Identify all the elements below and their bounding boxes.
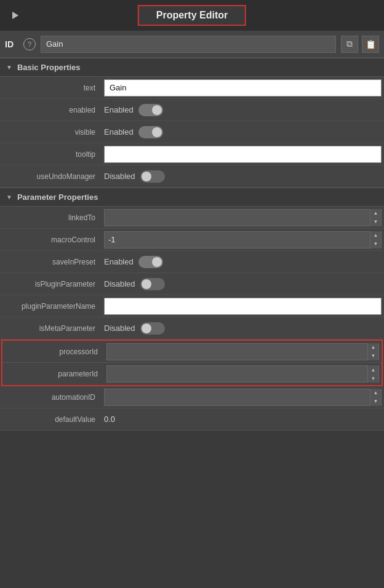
automation-id-spinbox: ▲ ▼ (104, 389, 382, 406)
enabled-row: enabled Enabled (0, 99, 384, 121)
enabled-toggle-label: Enabled (104, 105, 134, 114)
macro-control-input[interactable] (105, 235, 370, 244)
processor-id-down[interactable]: ▼ (368, 352, 378, 360)
is-plugin-toggle-row: Disabled (104, 278, 382, 290)
processor-id-spinbox: ▲ ▼ (106, 343, 379, 360)
automation-id-down[interactable]: ▼ (370, 397, 381, 406)
parameter-id-value: ▲ ▼ (104, 364, 382, 384)
parameter-id-up[interactable]: ▲ (368, 365, 378, 374)
copy-button[interactable]: ⧉ (341, 36, 358, 53)
plugin-param-name-input[interactable] (104, 298, 382, 315)
default-value-row: defaultValue 0.0 (0, 408, 384, 431)
basic-properties-table: text enabled Enabled visible Enabled (0, 77, 384, 188)
parameter-id-input[interactable] (107, 370, 367, 379)
text-input[interactable] (104, 79, 382, 97)
save-in-preset-toggle[interactable] (138, 256, 163, 268)
visible-toggle[interactable] (138, 126, 163, 138)
id-input[interactable] (41, 36, 336, 53)
macro-control-arrows: ▲ ▼ (370, 231, 381, 248)
linked-to-value: ▲ ▼ (102, 207, 384, 228)
save-in-preset-row: saveInPreset Enabled (0, 251, 384, 273)
undo-toggle[interactable] (140, 170, 165, 183)
is-plugin-value: Disabled (102, 276, 384, 292)
processor-id-up[interactable]: ▲ (368, 343, 378, 352)
enabled-toggle[interactable] (138, 104, 163, 116)
linked-to-input[interactable] (105, 213, 370, 222)
processor-id-row: processorId ▲ ▼ (2, 341, 382, 363)
visible-toggle-label: Enabled (104, 127, 134, 137)
save-in-preset-toggle-label: Enabled (104, 257, 134, 266)
parameter-id-label: parameterId (2, 370, 104, 378)
plugin-param-name-value (102, 296, 384, 317)
is-meta-knob (142, 324, 151, 333)
play-button[interactable] (6, 7, 23, 24)
macro-control-down[interactable]: ▼ (370, 240, 381, 248)
highlighted-section: processorId ▲ ▼ parameterId ▲ (1, 340, 383, 386)
is-meta-toggle[interactable] (140, 322, 165, 335)
id-icons: ⧉ 📋 (341, 36, 379, 53)
macro-control-row: macroControl ▲ ▼ (0, 229, 384, 251)
text-label: text (0, 84, 102, 92)
is-meta-toggle-label: Disabled (104, 324, 135, 333)
processor-id-input[interactable] (107, 347, 367, 356)
linked-to-label: linkedTo (0, 213, 102, 222)
enabled-value: Enabled (102, 102, 384, 118)
enabled-toggle-knob (152, 105, 162, 115)
is-plugin-toggle-label: Disabled (104, 279, 135, 288)
macro-control-up[interactable]: ▲ (370, 231, 381, 240)
save-in-preset-value: Enabled (102, 254, 384, 270)
visible-toggle-knob (152, 127, 162, 137)
save-in-preset-toggle-row: Enabled (104, 256, 382, 268)
macro-control-value: ▲ ▼ (102, 229, 384, 250)
id-row: ID ? ⧉ 📋 (0, 31, 384, 58)
is-plugin-toggle[interactable] (140, 278, 165, 290)
is-plugin-row: isPluginParameter Disabled (0, 273, 384, 295)
linked-to-row: linkedTo ▲ ▼ (0, 207, 384, 229)
linked-to-down[interactable]: ▼ (370, 218, 381, 226)
tooltip-label: tooltip (0, 150, 102, 159)
automation-id-input[interactable] (105, 392, 370, 402)
automation-id-label: automationID (0, 393, 102, 402)
processor-id-arrows: ▲ ▼ (367, 343, 378, 360)
is-plugin-label: isPluginParameter (0, 280, 102, 288)
default-value-value: 0.0 (102, 413, 384, 426)
undo-toggle-row: Disabled (104, 170, 382, 183)
help-button[interactable]: ? (23, 38, 36, 50)
id-label: ID (5, 39, 18, 49)
default-value-label: defaultValue (0, 415, 102, 424)
undo-toggle-label: Disabled (104, 172, 135, 181)
parameter-properties-table: linkedTo ▲ ▼ macroControl ▲ ▼ (0, 207, 384, 431)
linked-to-spinbox: ▲ ▼ (104, 209, 382, 226)
plugin-param-name-row: pluginParameterName (0, 295, 384, 317)
plugin-param-name-label: pluginParameterName (0, 302, 102, 311)
parameter-properties-header[interactable]: ▼ Parameter Properties (0, 188, 384, 207)
save-in-preset-knob (152, 257, 162, 267)
is-plugin-knob (142, 279, 151, 289)
tooltip-value (102, 144, 384, 165)
parameter-id-arrows: ▲ ▼ (367, 365, 378, 383)
processor-id-value: ▲ ▼ (104, 341, 382, 362)
visible-value: Enabled (102, 124, 384, 140)
tooltip-input[interactable] (104, 146, 382, 163)
parameter-properties-title: Parameter Properties (17, 193, 98, 202)
tooltip-row: tooltip (0, 143, 384, 165)
visible-toggle-row: Enabled (104, 126, 382, 138)
visible-row: visible Enabled (0, 121, 384, 143)
default-value-text: 0.0 (104, 415, 115, 424)
property-editor-title: Property Editor (138, 5, 246, 26)
linked-to-up[interactable]: ▲ (370, 209, 381, 218)
enabled-toggle-row: Enabled (104, 104, 382, 116)
undo-label: useUndoManager (0, 172, 102, 181)
parameter-id-row: parameterId ▲ ▼ (2, 363, 382, 385)
basic-properties-header[interactable]: ▼ Basic Properties (0, 58, 384, 77)
text-row: text (0, 77, 384, 99)
is-meta-label: isMetaParameter (0, 324, 102, 333)
is-meta-toggle-row: Disabled (104, 322, 382, 335)
parameter-properties-arrow: ▼ (6, 194, 12, 201)
is-meta-row: isMetaParameter Disabled (0, 317, 384, 340)
parameter-id-down[interactable]: ▼ (368, 374, 378, 383)
paste-button[interactable]: 📋 (362, 36, 379, 53)
parameter-id-spinbox: ▲ ▼ (106, 365, 379, 383)
automation-id-up[interactable]: ▲ (370, 389, 381, 397)
is-meta-value: Disabled (102, 320, 384, 336)
